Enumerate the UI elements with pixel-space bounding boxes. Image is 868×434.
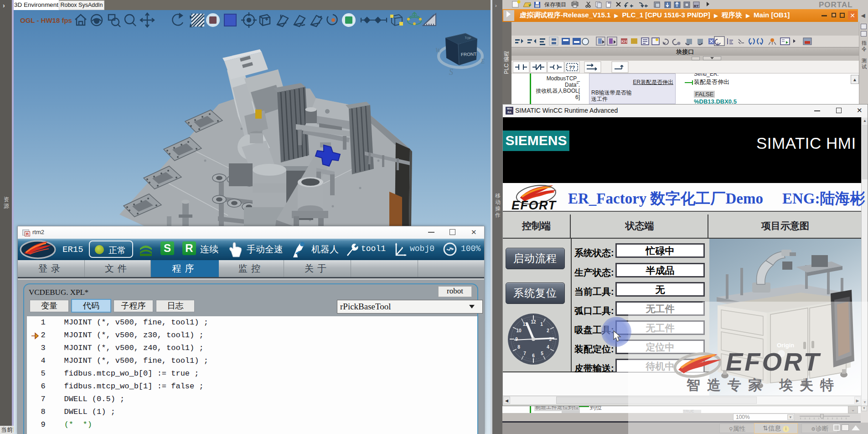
svg-text:9: 9 — [515, 337, 518, 342]
svg-text:PORTAL: PORTAL — [819, 0, 853, 9]
svg-text:≡: ≡ — [717, 42, 719, 46]
svg-text:EFORT: EFORT — [512, 199, 557, 211]
svg-text:保存项目: 保存项目 — [544, 1, 566, 8]
svg-text:FRONT: FRONT — [461, 52, 477, 57]
svg-text:1: 1 — [540, 322, 543, 327]
svg-text:W: W — [435, 47, 441, 54]
svg-text:RT: RT — [694, 4, 699, 8]
svg-text:S: S — [449, 68, 453, 76]
svg-text:7: 7 — [523, 351, 526, 356]
svg-text:10: 10 — [516, 328, 522, 333]
svg-text:8: 8 — [517, 345, 520, 350]
svg-text:4: 4 — [547, 345, 549, 350]
svg-text:12: 12 — [531, 319, 536, 324]
svg-text:KH: KH — [621, 39, 627, 44]
svg-text:6: 6 — [532, 353, 535, 358]
svg-text:??: ?? — [569, 65, 575, 70]
svg-text:2: 2 — [547, 328, 549, 333]
svg-text:5: 5 — [541, 351, 543, 356]
svg-text:E: E — [480, 58, 485, 65]
